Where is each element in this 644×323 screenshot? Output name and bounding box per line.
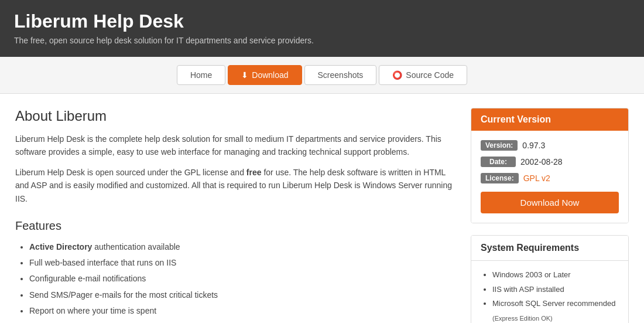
current-version-box: Current Version Version: 0.97.3 Date: 20…: [471, 108, 629, 223]
license-row: License: GPL v2: [481, 173, 619, 183]
site-subtitle: The free, open source help desk solution…: [14, 36, 630, 45]
list-item: Microsoft SQL Server recommended (Expres…: [492, 297, 619, 323]
sysreq-list: Windows 2003 or Later IIS with ASP insta…: [481, 268, 619, 323]
list-item: Windows 2003 or Later: [492, 268, 619, 283]
features-list: Active Directory authentication availabl…: [15, 240, 457, 323]
download-now-button[interactable]: Download Now: [481, 192, 619, 213]
source-code-label: Source Code: [406, 70, 454, 80]
current-version-body: Version: 0.97.3 Date: 2002-08-28 License…: [471, 131, 628, 223]
date-label: Date:: [481, 157, 516, 167]
about-heading: About Liberum: [15, 108, 457, 124]
version-value: 0.97.3: [522, 141, 545, 150]
list-item: No prioprietary software means Liberum i…: [29, 319, 457, 323]
list-item: Report on where your time is spent: [29, 304, 457, 318]
date-row: Date: 2002-08-28: [481, 157, 619, 167]
express-note: (Express Edition OK): [492, 315, 553, 322]
github-icon: ⭕: [392, 70, 402, 80]
screenshots-label: Screenshots: [318, 70, 364, 80]
site-title: Liberum Help Desk: [14, 11, 630, 32]
about-para2: Liberum Help Desk is open sourced under …: [15, 166, 457, 205]
main-nav: Home ⬇ Download Screenshots ⭕ Source Cod…: [0, 57, 644, 94]
list-item: Configurable e-mail notifications: [29, 271, 457, 286]
home-label: Home: [190, 70, 212, 80]
system-requirements-box: System Requirements Windows 2003 or Late…: [471, 235, 629, 323]
main-content-area: About Liberum Liberum Help Desk is the c…: [6, 108, 638, 323]
list-item: IIS with ASP installed: [492, 283, 619, 297]
para2-prefix: Liberum Help Desk is open sourced under …: [15, 168, 246, 177]
system-requirements-header: System Requirements: [471, 236, 628, 261]
license-value: GPL v2: [523, 174, 550, 183]
page-header: Liberum Help Desk The free, open source …: [0, 0, 644, 57]
download-icon: ⬇: [241, 70, 248, 80]
list-item: Full web-based interface that runs on II…: [29, 256, 457, 270]
main-content: About Liberum Liberum Help Desk is the c…: [15, 108, 457, 323]
features-heading: Features: [15, 219, 457, 233]
list-item: Send SMS/Pager e-mails for the most crit…: [29, 288, 457, 302]
list-item: Active Directory authentication availabl…: [29, 240, 457, 254]
nav-source-code[interactable]: ⭕ Source Code: [379, 65, 467, 85]
date-value: 2002-08-28: [520, 157, 563, 166]
para2-bold: free: [246, 168, 262, 177]
download-label: Download: [252, 70, 288, 80]
nav-download[interactable]: ⬇ Download: [228, 65, 302, 85]
system-requirements-body: Windows 2003 or Later IIS with ASP insta…: [471, 261, 628, 323]
nav-home[interactable]: Home: [177, 65, 225, 85]
nav-screenshots[interactable]: Screenshots: [304, 65, 377, 85]
sidebar: Current Version Version: 0.97.3 Date: 20…: [471, 108, 629, 323]
version-label: Version:: [481, 140, 518, 151]
version-row: Version: 0.97.3: [481, 140, 619, 151]
about-para1: Liberum Help Desk is the complete help d…: [15, 132, 457, 159]
current-version-header: Current Version: [471, 108, 628, 131]
license-label: License:: [481, 173, 519, 183]
